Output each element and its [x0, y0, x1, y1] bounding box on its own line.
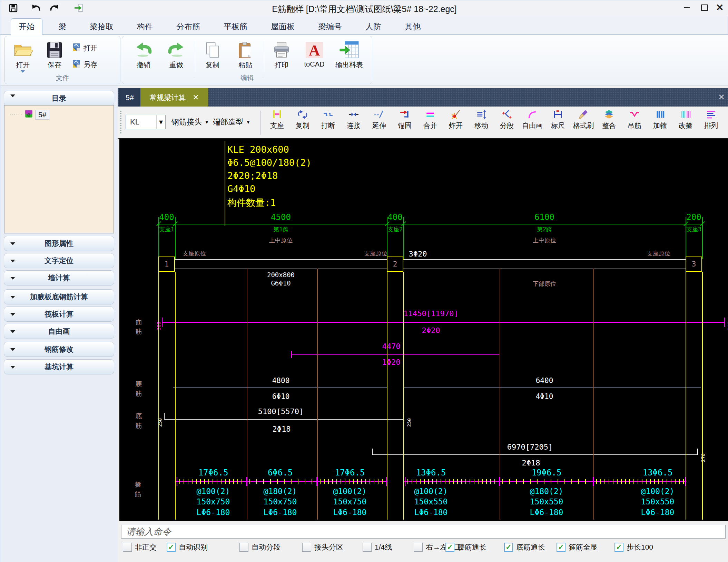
toolstrip-button-freedraw[interactable]: 自由画: [520, 109, 545, 137]
support-vertical-line: [686, 272, 686, 520]
doc-tab-beam-calc[interactable]: 常规梁计算 ✕: [140, 88, 208, 107]
close-button[interactable]: ✕: [714, 2, 726, 13]
option-0[interactable]: 非正交: [123, 542, 157, 552]
ribbon-tab-9[interactable]: 其他: [397, 19, 428, 35]
toolstrip-button-connect[interactable]: 连接: [341, 109, 366, 137]
sidebar-section-2[interactable]: 墙计算: [4, 270, 114, 285]
ribbon-tab-5[interactable]: 平板筋: [216, 19, 255, 35]
span-label: 支座3: [686, 225, 701, 233]
ribbon-tab-4[interactable]: 分布筋: [169, 19, 208, 35]
stirrup-tick: [353, 479, 354, 484]
tree-item-label[interactable]: 5#: [35, 110, 49, 120]
toolstrip-button-format-brush[interactable]: 格式刷: [571, 109, 596, 137]
merge-icon: [425, 115, 435, 121]
ribbon-tab-0[interactable]: 开始: [11, 18, 42, 35]
tocad-button[interactable]: A toCAD: [299, 38, 329, 74]
toolstrip-button-integrate[interactable]: 整合: [596, 109, 622, 137]
drawing-file-icon: e: [24, 110, 33, 120]
export-table-button[interactable]: 输出料表: [329, 38, 369, 74]
sidebar-header-catalog[interactable]: 目录: [4, 91, 114, 106]
toolstrip-button-hanger[interactable]: 吊筋: [622, 109, 647, 137]
option-2[interactable]: 自动分段: [239, 542, 281, 552]
copy-button[interactable]: 复制: [197, 38, 228, 74]
checkbox-unchecked[interactable]: [123, 543, 132, 552]
toolstrip-button-merge[interactable]: 合并: [417, 109, 443, 137]
ribbon-tab-2[interactable]: 梁拾取: [82, 19, 121, 35]
save-as-button[interactable]: 另存: [72, 58, 118, 71]
ribbon-tab-7[interactable]: 梁编号: [311, 19, 350, 35]
checkbox-checked[interactable]: ✓: [167, 543, 176, 552]
ribbon-tab-3[interactable]: 构件: [129, 19, 160, 35]
sidebar-section-6[interactable]: 钢筋修改: [4, 342, 114, 357]
beam-annotation-line: KLE 200x600: [227, 144, 289, 155]
toolstrip-button-segment[interactable]: 分段: [494, 109, 520, 137]
sidebar-section-7[interactable]: 基坑计算: [4, 359, 114, 374]
stirrup-tie: LΦ6-180: [264, 508, 297, 517]
ribbon-tab-6[interactable]: 屋面板: [263, 19, 302, 35]
open-button[interactable]: 打开: [8, 38, 38, 74]
rebar-joint-dropdown[interactable]: 钢筋接头 ▼: [169, 115, 212, 129]
toolstrip-button-anchor[interactable]: 锚固: [392, 109, 417, 137]
toolstrip-button-break[interactable]: 打断: [315, 109, 341, 137]
toolstrip-button-copy2[interactable]: 复制: [290, 109, 315, 137]
option-4[interactable]: 1/4线: [363, 542, 392, 552]
doc-tab-5[interactable]: 5#: [119, 88, 140, 107]
option-3[interactable]: 接头分区: [302, 542, 343, 552]
option-8[interactable]: ✓箍筋全显: [557, 542, 598, 552]
dimension-line: [157, 224, 702, 224]
ribbon-group-file: 打开 保存 打开 另存 文件: [4, 36, 120, 84]
beam-section-text: 200x800: [267, 271, 295, 279]
end-shape-dropdown[interactable]: 端部造型 ▼: [210, 115, 253, 129]
ribbon-tab-8[interactable]: 人防: [358, 19, 389, 35]
tabbar-close-icon[interactable]: ✕: [718, 92, 725, 102]
save-button[interactable]: 保存: [39, 38, 70, 74]
open-drawing-button[interactable]: 打开: [72, 41, 118, 55]
option-7[interactable]: ✓底筋通长: [504, 542, 545, 552]
stirrup-tick: [242, 479, 242, 484]
toolbar-grip[interactable]: [120, 111, 121, 135]
beam-type-combo[interactable]: KL ▾: [126, 115, 166, 129]
toolstrip-button-ruler[interactable]: 标尺: [545, 109, 571, 137]
checkbox-unchecked[interactable]: [239, 543, 248, 552]
maximize-button[interactable]: [699, 2, 710, 13]
redo-button[interactable]: 重做: [161, 38, 191, 74]
tab-close-icon[interactable]: ✕: [193, 93, 199, 102]
undo-button[interactable]: 撤销: [128, 38, 159, 74]
option-6[interactable]: ✓腰筋通长: [445, 542, 486, 552]
paste-button[interactable]: 粘贴: [230, 38, 260, 74]
stirrup-tick: [445, 479, 445, 484]
checkbox-checked[interactable]: ✓: [445, 543, 454, 552]
toolstrip-button-add-stirrup[interactable]: 加箍: [647, 109, 673, 137]
sidebar-section-3[interactable]: 加腋板底钢筋计算: [4, 289, 114, 304]
stirrup-count: 13Φ6.5: [643, 468, 673, 478]
sidebar-section-4[interactable]: 筏板计算: [4, 307, 114, 322]
toolstrip-button-explode[interactable]: 炸开: [443, 109, 469, 137]
checkbox-unchecked[interactable]: [414, 543, 423, 552]
toolstrip-button-move[interactable]: 移动: [469, 109, 494, 137]
option-1[interactable]: ✓自动识别: [167, 542, 208, 552]
minimize-button[interactable]: [681, 2, 692, 13]
command-input[interactable]: [121, 525, 726, 539]
checkbox-checked[interactable]: ✓: [557, 543, 565, 552]
main-area: 5# 常规梁计算 ✕ ✕ KL ▾ 钢筋接头 ▼ 端部造型 ▼ 支座复制打断连接…: [118, 86, 728, 562]
ribbon-tab-1[interactable]: 梁: [51, 19, 74, 35]
checkbox-unchecked[interactable]: [363, 543, 372, 552]
toolstrip-button-extend[interactable]: 延伸: [366, 109, 392, 137]
checkbox-checked[interactable]: ✓: [614, 543, 623, 552]
checkbox-checked[interactable]: ✓: [504, 543, 513, 552]
stirrup-tick: [494, 479, 495, 484]
sidebar-section-5[interactable]: 自由画: [4, 324, 114, 339]
toolstrip-button-support[interactable]: 支座: [264, 109, 290, 137]
sidebar-section-1[interactable]: 文字定位: [4, 253, 114, 268]
sidebar-section-0[interactable]: 图形属性: [4, 236, 114, 251]
option-9[interactable]: ✓步长100: [614, 542, 653, 552]
cad-canvas[interactable]: KLE 200x600Φ6.5@100/180(2)2Φ20;2Φ18G4Φ10…: [119, 139, 728, 521]
toolstrip-button-arrange[interactable]: 排列: [698, 109, 724, 137]
combo-arrow-icon[interactable]: ▾: [156, 115, 165, 129]
toolstrip-button-modify-stirrup[interactable]: 改箍: [673, 109, 698, 137]
stirrup-spacing: @180(2): [530, 487, 563, 496]
print-button[interactable]: 打印: [266, 38, 297, 74]
checkbox-unchecked[interactable]: [302, 543, 311, 552]
tree-item-5[interactable]: ······ e 5#: [9, 110, 49, 120]
span-label: 支座2: [387, 225, 403, 233]
